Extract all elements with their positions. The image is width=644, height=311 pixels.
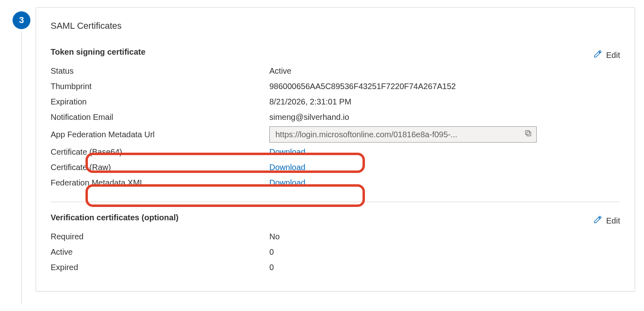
pencil-icon xyxy=(593,215,602,227)
svg-rect-1 xyxy=(525,130,529,134)
notification-email-label: Notification Email xyxy=(51,110,269,124)
federation-url-box: https://login.microsoftonline.com/01816e… xyxy=(269,126,537,143)
token-signing-heading: Token signing certificate xyxy=(51,46,145,58)
federation-url-value: https://login.microsoftonline.com/01816e… xyxy=(275,129,520,140)
expiration-value: 8/21/2026, 2:31:01 PM xyxy=(269,94,620,109)
required-label: Required xyxy=(51,229,269,244)
step-3-badge: 3 xyxy=(13,11,30,29)
expiration-label: Expiration xyxy=(51,94,269,109)
active-label: Active xyxy=(51,245,269,259)
cert-raw-label: Certificate (Raw) xyxy=(51,160,269,175)
download-fed-metadata-xml-link[interactable]: Download xyxy=(269,175,620,190)
edit-label: Edit xyxy=(606,49,620,61)
svg-rect-0 xyxy=(527,132,531,136)
download-cert-base64-link[interactable]: Download xyxy=(269,145,620,159)
copy-icon xyxy=(524,129,532,140)
status-value: Active xyxy=(269,64,620,78)
required-value: No xyxy=(269,229,620,244)
edit-token-signing-button[interactable]: Edit xyxy=(593,49,620,61)
edit-verification-button[interactable]: Edit xyxy=(593,215,620,227)
federation-url-label: App Federation Metadata Url xyxy=(51,127,269,142)
notification-email-value: simeng@silverhand.io xyxy=(269,110,620,124)
step-connector-line xyxy=(21,31,22,304)
cert-base64-label: Certificate (Base64) xyxy=(51,145,269,159)
edit-label: Edit xyxy=(606,215,620,226)
thumbprint-label: Thumbprint xyxy=(51,79,269,94)
section-divider xyxy=(51,202,620,202)
expired-value: 0 xyxy=(269,260,620,275)
download-cert-raw-link[interactable]: Download xyxy=(269,160,620,175)
fed-metadata-xml-label: Federation Metadata XML xyxy=(51,175,269,190)
status-label: Status xyxy=(51,64,269,78)
verification-heading: Verification certificates (optional) xyxy=(51,212,179,223)
card-title: SAML Certificates xyxy=(51,20,620,32)
expired-label: Expired xyxy=(51,260,269,275)
thumbprint-value: 986000656AA5C89536F43251F7220F74A267A152 xyxy=(269,79,620,94)
saml-certificates-card: SAML Certificates Token signing certific… xyxy=(36,7,635,292)
copy-federation-url-button[interactable] xyxy=(524,129,532,140)
pencil-icon xyxy=(593,49,602,61)
active-value: 0 xyxy=(269,245,620,259)
